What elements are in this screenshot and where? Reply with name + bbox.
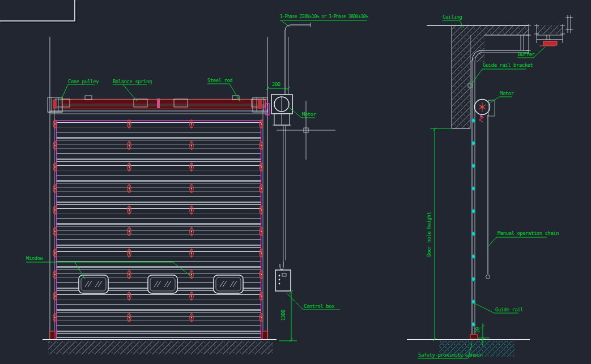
power-cable — [285, 23, 311, 95]
label-manual-operation-chain: Manual operation chain — [498, 230, 559, 236]
manual-chain — [486, 115, 490, 279]
dim-20-text: 20 — [475, 323, 481, 337]
label-control-box: Control box — [304, 303, 334, 309]
floor-front — [42, 340, 277, 354]
label-buffer: Buffer — [518, 52, 535, 57]
label-window: Window — [26, 255, 43, 261]
label-balance-spring: Balance spring — [113, 79, 152, 84]
bottom-fixtures — [50, 331, 267, 340]
door-window — [214, 275, 243, 293]
label-ceiling: Ceiling — [443, 14, 462, 20]
motor-front — [271, 95, 292, 125]
label-guide-rail: Guide rail — [495, 307, 523, 312]
label-steel-rod: Steel rod — [207, 78, 232, 83]
label-guide-rail-bracket: Guide rail bracket — [483, 62, 533, 68]
windows — [79, 275, 243, 293]
power-supply-note: 1-Phase 220V±10% or 3-Phase 380V±10% — [280, 14, 368, 20]
door-window — [79, 275, 108, 293]
dim-door-hole-height-line — [430, 127, 451, 341]
buffer-detail — [534, 15, 573, 46]
control-cable — [280, 126, 286, 269]
dim-door-hole-height-text: Door hole height — [426, 203, 432, 265]
label-cone-pulley: Cone pulley — [68, 79, 99, 84]
control-box — [275, 270, 291, 291]
torsion-shaft-assembly — [48, 96, 269, 115]
label-safety-proximity-sensor: Safety-proximity sensor — [418, 352, 482, 358]
motor-side — [475, 100, 495, 123]
door-window — [148, 275, 177, 293]
dim-1300-text: 1300 — [280, 303, 286, 328]
label-motor-side: Motor — [500, 91, 514, 96]
shaft-coupler — [157, 99, 160, 108]
ceiling-structure — [427, 24, 531, 129]
dim-200-text: 200 — [272, 82, 280, 87]
label-motor-front: Motor — [302, 112, 316, 117]
side-view-leaders — [418, 20, 547, 358]
front-view-leaders — [26, 20, 367, 342]
buffer-block — [543, 41, 557, 45]
cad-viewport[interactable]: 1-Phase 220V±10% or 3-Phase 380V±10% Con… — [0, 0, 591, 364]
